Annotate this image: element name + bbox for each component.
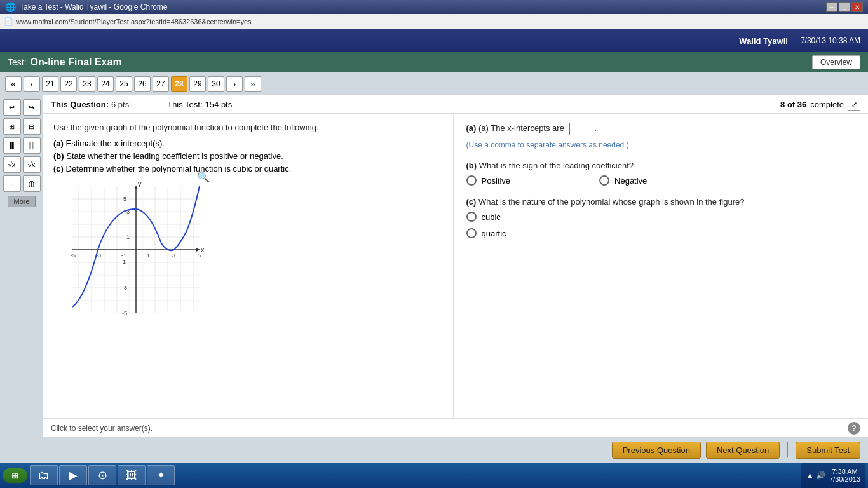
test-header: Test: On-line Final Exam Overview bbox=[0, 52, 868, 72]
content-panel: This Question: 6 pts This Test: 154 pts … bbox=[43, 95, 868, 437]
positive-radio-button[interactable] bbox=[466, 175, 477, 186]
test-name: On-line Final Exam bbox=[31, 57, 812, 68]
page-button-25[interactable]: 25 bbox=[116, 76, 132, 92]
taskbar-photos[interactable]: 🖼 bbox=[118, 465, 146, 485]
cubic-radio-button[interactable] bbox=[466, 212, 477, 222]
help-icon[interactable]: ? bbox=[848, 422, 860, 435]
page-button-24[interactable]: 24 bbox=[97, 76, 114, 92]
sub-c-label: (c) bbox=[53, 164, 64, 173]
last-page-button[interactable]: » bbox=[245, 76, 261, 92]
answer-a-text: (a) The x-intercepts are bbox=[478, 123, 564, 133]
page-button-21[interactable]: 21 bbox=[42, 76, 58, 92]
this-test-label: This Test: bbox=[167, 100, 202, 109]
taskbar-chrome[interactable]: ⊙ bbox=[88, 465, 116, 485]
page-button-26[interactable]: 26 bbox=[134, 76, 151, 92]
graph-container: 🔍 bbox=[66, 180, 206, 320]
sqrt-button-2[interactable]: √x bbox=[23, 156, 41, 173]
taskbar-misc[interactable]: ✦ bbox=[147, 465, 175, 485]
svg-text:x: x bbox=[201, 246, 205, 254]
title-bar-text: Take a Test - Walid Tyawil - Google Chro… bbox=[20, 3, 826, 11]
period-text: . bbox=[594, 123, 597, 133]
toolbar-row-3: ▐▌ ║║ bbox=[3, 137, 41, 154]
taskbar-file-explorer[interactable]: 🗂 bbox=[30, 465, 58, 485]
toolbar-row-1: ↩ ↪ bbox=[3, 99, 41, 116]
negative-radio-button[interactable] bbox=[599, 175, 609, 186]
sub-question-c: (c) Determine whether the polynomial fun… bbox=[53, 164, 443, 173]
answer-part-a: (a) (a) The x-intercepts are . (Use a co… bbox=[466, 123, 856, 149]
toolbar-row-4: √x √x bbox=[3, 156, 41, 173]
positive-radio-item[interactable]: Positive bbox=[466, 175, 511, 186]
next-question-button[interactable]: Next Question bbox=[706, 442, 780, 459]
question-right: (a) (a) The x-intercepts are . (Use a co… bbox=[454, 114, 869, 418]
toolbar-row-2: ⊞ ⊟ bbox=[3, 118, 41, 135]
sub-a-label: (a) bbox=[53, 139, 64, 148]
svg-text:-5: -5 bbox=[122, 310, 127, 316]
page-icon: 📄 bbox=[4, 17, 13, 26]
page-button-28[interactable]: 28 bbox=[171, 76, 187, 92]
question-left: Use the given graph of the polynomial fu… bbox=[43, 114, 454, 418]
quartic-radio-item[interactable]: quartic bbox=[466, 228, 856, 238]
taskbar-items: 🗂 ▶ ⊙ 🖼 ✦ bbox=[30, 465, 801, 485]
status-bar: Click to select your answer(s). ? bbox=[43, 418, 868, 437]
answer-b-letter: (b) bbox=[466, 161, 477, 170]
system-icons: ▲ 🔊 bbox=[806, 471, 825, 480]
sub-c-text: Determine whether the polynomial functio… bbox=[66, 164, 292, 173]
sub-b-label: (b) bbox=[53, 151, 64, 161]
minimize-button[interactable]: ─ bbox=[826, 2, 837, 12]
expand-icon[interactable]: ⤢ bbox=[848, 98, 860, 111]
page-button-30[interactable]: 30 bbox=[208, 76, 224, 92]
taskbar-media-player[interactable]: ▶ bbox=[59, 465, 87, 485]
submit-test-button[interactable]: Submit Test bbox=[796, 442, 860, 459]
svg-text:1: 1 bbox=[126, 234, 130, 240]
answer-a-hint: (Use a comma to separate answers as need… bbox=[466, 140, 856, 149]
more-button[interactable]: More bbox=[8, 196, 35, 207]
answer-part-b: (b) What is the sign of the leading coef… bbox=[466, 161, 856, 186]
bottom-nav: Previous Question Next Question Submit T… bbox=[0, 437, 868, 463]
next-page-button[interactable]: › bbox=[226, 76, 243, 92]
prev-page-button[interactable]: ‹ bbox=[24, 76, 40, 92]
previous-question-button[interactable]: Previous Question bbox=[612, 442, 701, 459]
table-button-2[interactable]: ║║ bbox=[23, 137, 41, 154]
maximize-button[interactable]: □ bbox=[839, 2, 850, 12]
this-question-label: This Question: bbox=[51, 100, 109, 109]
page-button-22[interactable]: 22 bbox=[60, 76, 77, 92]
page-button-27[interactable]: 27 bbox=[153, 76, 169, 92]
taskbar-right: ▲ 🔊 7:38 AM 7/30/2013 bbox=[801, 463, 865, 488]
close-button[interactable]: ✕ bbox=[851, 2, 863, 12]
svg-text:-1: -1 bbox=[121, 259, 126, 265]
top-nav: Walid Tyawil 7/30/13 10:38 AM bbox=[0, 29, 868, 52]
answer-part-c: (c) What is the nature of the polynomial… bbox=[466, 197, 856, 238]
undo-button[interactable]: ↩ bbox=[3, 99, 21, 116]
page-button-29[interactable]: 29 bbox=[189, 76, 206, 92]
taskbar-time: 7:38 AM 7/30/2013 bbox=[829, 468, 860, 483]
clock-date: 7/30/2013 bbox=[829, 475, 860, 483]
cubic-radio-item[interactable]: cubic bbox=[466, 212, 856, 222]
negative-radio-item[interactable]: Negative bbox=[599, 175, 647, 186]
sub-a-text: Estimate the x-intercept(s). bbox=[66, 139, 165, 148]
start-button[interactable]: ⊞ bbox=[3, 468, 27, 483]
bracket-button[interactable]: (|) bbox=[23, 175, 41, 192]
nav-divider bbox=[787, 442, 788, 458]
quartic-radio-button[interactable] bbox=[466, 228, 477, 238]
taskbar: ⊞ 🗂 ▶ ⊙ 🖼 ✦ ▲ 🔊 7:38 AM 7/30/2013 bbox=[0, 463, 868, 488]
test-label: Test: bbox=[8, 57, 27, 67]
pagination-bar: « ‹ 21 22 23 24 25 26 27 28 29 30 › » bbox=[0, 72, 868, 95]
title-bar: 🌐 Take a Test - Walid Tyawil - Google Ch… bbox=[0, 0, 868, 14]
svg-marker-21 bbox=[196, 248, 200, 252]
grid-button-2[interactable]: ⊟ bbox=[23, 118, 41, 135]
x-intercepts-input-box bbox=[569, 123, 592, 135]
leading-coeff-radio-group: Positive Negative bbox=[466, 175, 856, 186]
svg-text:5: 5 bbox=[198, 252, 201, 259]
zoom-icon[interactable]: 🔍 bbox=[197, 171, 210, 183]
page-button-23[interactable]: 23 bbox=[79, 76, 95, 92]
sub-question-b: (b) State whether the leading coefficien… bbox=[53, 151, 443, 161]
redo-button[interactable]: ↪ bbox=[23, 99, 41, 116]
grid-button-1[interactable]: ⊞ bbox=[3, 118, 21, 135]
dot-button[interactable]: · bbox=[3, 175, 21, 192]
table-button-1[interactable]: ▐▌ bbox=[3, 137, 21, 154]
first-page-button[interactable]: « bbox=[5, 76, 22, 92]
nav-datetime: 7/30/13 10:38 AM bbox=[801, 36, 860, 45]
completion-count: 8 of 36 bbox=[780, 100, 806, 109]
overview-button[interactable]: Overview bbox=[812, 55, 860, 69]
sqrt-button[interactable]: √x bbox=[3, 156, 21, 173]
